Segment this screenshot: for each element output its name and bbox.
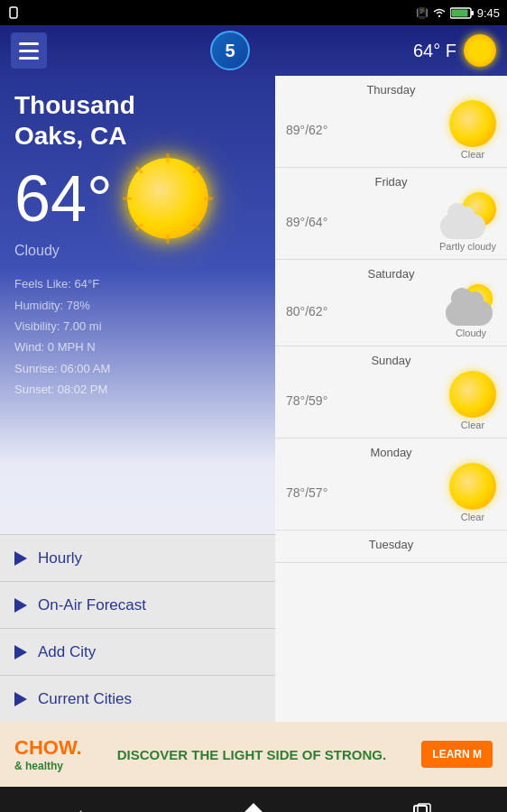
menu-items: Hourly On-Air Forecast Add City Current … xyxy=(0,534,275,722)
sun-icon-thursday xyxy=(449,100,496,147)
triangle-icon xyxy=(14,551,27,566)
menu-label-hourly: Hourly xyxy=(38,549,82,567)
current-temperature: 64° xyxy=(14,166,113,231)
forecast-day-2: Saturday xyxy=(286,267,496,281)
city-name: Thousand Oaks, CA xyxy=(14,90,261,151)
forecast-cond-1: Partly cloudy xyxy=(439,241,496,252)
recent-button[interactable] xyxy=(395,794,449,812)
forecast-temp-0: 89°/62° xyxy=(286,123,327,137)
menu-label-onair: On-Air Forecast xyxy=(38,596,146,614)
forecast-temp-2: 80°/62° xyxy=(286,304,327,318)
menu-item-onair[interactable]: On-Air Forecast xyxy=(0,581,275,628)
menu-item-hourly[interactable]: Hourly xyxy=(0,534,275,581)
forecast-day-1: Friday xyxy=(286,175,496,189)
top-bar: 5 64° F xyxy=(0,25,507,76)
forecast-row-1: 89°/64° Partly cloudy xyxy=(286,192,496,252)
forecast-temp-3: 78°/59° xyxy=(286,393,327,408)
humidity: Humidity: 78% xyxy=(14,295,261,316)
forecast-cond-2: Cloudy xyxy=(456,328,486,338)
forecast-icon-0: Clear xyxy=(449,100,496,160)
cloudy-cloud xyxy=(446,300,493,326)
svg-line-9 xyxy=(193,224,199,230)
svg-rect-2 xyxy=(471,11,474,15)
forecast-icon-3: Clear xyxy=(449,371,496,430)
pc-cloud xyxy=(440,214,485,239)
battery-icon xyxy=(450,7,474,19)
svg-line-10 xyxy=(193,167,199,173)
forecast-saturday: Saturday 80°/62° Cloudy xyxy=(275,260,507,346)
ad-logo: CHOW. xyxy=(14,736,82,760)
home-icon xyxy=(242,801,265,812)
forecast-row-2: 80°/62° Cloudy xyxy=(286,284,496,338)
ad-banner: CHOW. & healthy DISCOVER THE LIGHT SIDE … xyxy=(0,722,507,787)
forecast-cond-3: Clear xyxy=(461,420,484,430)
sun-rays xyxy=(120,151,216,246)
svg-line-11 xyxy=(136,224,143,230)
top-weather-icon xyxy=(464,34,496,67)
forecast-icon-1: Partly cloudy xyxy=(439,192,496,252)
forecast-row-0: 89°/62° Clear xyxy=(286,100,496,160)
svg-rect-0 xyxy=(10,7,17,18)
app-logo: 5 xyxy=(210,31,250,70)
menu-button[interactable] xyxy=(11,32,47,69)
svg-marker-12 xyxy=(244,803,263,812)
weather-details: Feels Like: 64°F Humidity: 78% Visibilit… xyxy=(14,273,261,400)
sunset: Sunset: 08:02 PM xyxy=(14,379,261,400)
sun-icon-monday xyxy=(449,463,496,510)
bottom-nav-bar: ← xyxy=(0,787,507,812)
back-button[interactable]: ← xyxy=(58,794,112,812)
partly-cloudy-icon-friday xyxy=(440,192,496,239)
svg-line-8 xyxy=(136,167,143,173)
menu-label-currentcities: Current Cities xyxy=(38,690,132,708)
ad-logo-area: CHOW. & healthy xyxy=(14,736,82,772)
forecast-row-3: 78°/59° Clear xyxy=(286,371,496,430)
forecast-temp-4: 78°/57° xyxy=(286,485,327,500)
forecast-monday: Monday 78°/57° Clear xyxy=(275,438,507,531)
menu-item-addcity[interactable]: Add City xyxy=(0,628,275,675)
weather-main: 64° xyxy=(14,158,261,239)
forecast-row-4: 78°/57° Clear xyxy=(286,463,496,522)
triangle-icon xyxy=(14,692,27,706)
cloudy-icon-saturday xyxy=(446,284,496,326)
svg-rect-13 xyxy=(414,806,427,812)
forecast-cond-0: Clear xyxy=(461,149,484,160)
triangle-icon xyxy=(14,598,27,613)
visibility: Visibility: 7.00 mi xyxy=(14,316,261,337)
current-weather-icon xyxy=(127,158,208,239)
home-button[interactable] xyxy=(226,794,281,812)
forecast-friday: Friday 89°/64° Partly cloudy xyxy=(275,168,507,260)
vibrate-icon: 📳 xyxy=(416,7,429,19)
status-left xyxy=(7,6,20,19)
time-display: 9:45 xyxy=(477,6,500,20)
forecast-icon-4: Clear xyxy=(449,463,496,522)
feels-like: Feels Like: 64°F xyxy=(14,273,261,294)
forecast-icon-2: Cloudy xyxy=(446,284,496,338)
forecast-thursday: Thursday 89°/62° Clear xyxy=(275,76,507,168)
forecast-day-4: Monday xyxy=(286,446,496,459)
menu-item-currentcities[interactable]: Current Cities xyxy=(0,675,275,722)
forecast-day-0: Thursday xyxy=(286,83,496,97)
forecast-tuesday: Tuesday xyxy=(275,531,507,563)
wifi-icon xyxy=(432,7,447,18)
ad-logo-sub: & healthy xyxy=(14,760,82,772)
right-panel: Thursday 89°/62° Clear Friday 89°/64° xyxy=(275,76,507,722)
forecast-sunday: Sunday 78°/59° Clear xyxy=(275,346,507,438)
wind: Wind: 0 MPH N xyxy=(14,337,261,357)
menu-label-addcity: Add City xyxy=(38,643,96,661)
ad-text: DISCOVER THE LIGHT SIDE OF STRONG. xyxy=(82,747,422,762)
forecast-temp-1: 89°/64° xyxy=(286,215,327,229)
recent-icon xyxy=(412,802,432,812)
status-bar: 📳 9:45 xyxy=(0,0,507,25)
triangle-icon xyxy=(14,645,27,660)
top-temperature: 64° F xyxy=(413,34,496,67)
status-right: 📳 9:45 xyxy=(416,6,500,20)
forecast-day-3: Sunday xyxy=(286,354,496,367)
ad-learn-button[interactable]: LEARN M xyxy=(421,741,493,768)
sunrise: Sunrise: 06:00 AM xyxy=(14,358,261,379)
left-panel: Thousand Oaks, CA 64° xyxy=(0,76,275,722)
forecast-day-5: Tuesday xyxy=(286,538,496,551)
main-content: Thousand Oaks, CA 64° xyxy=(0,76,507,722)
sun-icon-sunday xyxy=(449,371,496,418)
svg-rect-3 xyxy=(451,9,467,16)
phone-icon xyxy=(7,6,20,19)
